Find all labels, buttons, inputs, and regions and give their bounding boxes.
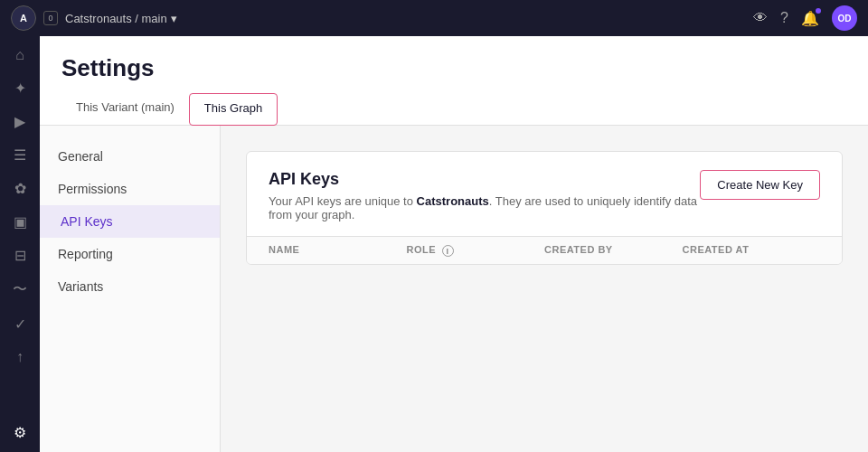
icon-sidebar: ⌂ ✦ ▶ ☰ ✿ ▣ ⊟ 〜 ✓ ↑ ⚙ — [0, 36, 40, 452]
api-keys-title: API Keys — [269, 170, 700, 189]
top-navigation: A 0 Catstronauts / main ▾ 👁 ? 🔔 OD — [0, 0, 868, 36]
settings-icon[interactable]: ⚙ — [14, 424, 26, 441]
check-icon[interactable]: ✓ — [14, 315, 26, 333]
col-header-name: NAME — [269, 244, 407, 257]
page-title: Settings — [61, 54, 846, 82]
col-header-created-by: CREATED BY — [544, 244, 683, 257]
create-new-key-button[interactable]: Create New Key — [700, 170, 820, 200]
help-icon[interactable]: ? — [780, 10, 788, 26]
pulse-icon[interactable]: 〜 — [13, 280, 27, 299]
settings-navigation: General Permissions API Keys Reporting V… — [40, 126, 221, 452]
home-icon[interactable]: ⌂ — [15, 47, 24, 63]
table-header: NAME ROLE i CREATED BY CREATED AT — [247, 236, 842, 264]
bell-icon[interactable]: 🔔 — [801, 10, 819, 27]
settings-content: API Keys Your API keys are unique to Cat… — [221, 126, 868, 452]
play-icon[interactable]: ▶ — [14, 113, 25, 130]
nav-item-variants[interactable]: Variants — [40, 270, 220, 303]
role-info-icon[interactable]: i — [442, 245, 454, 257]
nav-actions: 👁 ? 🔔 OD — [753, 5, 857, 31]
payment-icon[interactable]: ▣ — [14, 213, 27, 231]
api-keys-info: API Keys Your API keys are unique to Cat… — [269, 170, 700, 221]
settings-body: General Permissions API Keys Reporting V… — [40, 126, 868, 452]
nav-item-api-keys[interactable]: API Keys — [40, 205, 220, 238]
monitor-icon[interactable]: ⊟ — [14, 247, 26, 264]
rocket-icon[interactable]: ↑ — [16, 349, 24, 365]
avatar[interactable]: OD — [832, 5, 857, 31]
api-keys-header: API Keys Your API keys are unique to Cat… — [247, 152, 842, 236]
settings-container: Settings This Variant (main) This Graph … — [40, 36, 868, 452]
api-keys-card: API Keys Your API keys are unique to Cat… — [246, 151, 843, 265]
graph-icon[interactable]: ✦ — [14, 80, 26, 97]
tab-this-graph[interactable]: This Graph — [189, 93, 278, 126]
people-icon[interactable]: ✿ — [14, 180, 26, 197]
tab-this-variant[interactable]: This Variant (main) — [61, 93, 189, 125]
col-header-role: ROLE i — [407, 244, 545, 257]
eye-icon[interactable]: 👁 — [753, 10, 768, 26]
breadcrumb: Catstronauts / main ▾ — [65, 12, 746, 25]
doc-icon[interactable]: ☰ — [14, 146, 26, 164]
app-logo[interactable]: A — [11, 5, 36, 31]
api-keys-description: Your API keys are unique to Catstronauts… — [269, 194, 700, 221]
nav-item-permissions[interactable]: Permissions — [40, 173, 220, 205]
settings-tabs: This Variant (main) This Graph — [61, 93, 846, 125]
nav-item-general[interactable]: General — [40, 140, 220, 173]
settings-header: Settings This Variant (main) This Graph — [40, 36, 868, 126]
main-layout: ⌂ ✦ ▶ ☰ ✿ ▣ ⊟ 〜 ✓ ↑ ⚙ Settings This Vari… — [0, 36, 868, 452]
nav-item-reporting[interactable]: Reporting — [40, 238, 220, 270]
nav-badge: 0 — [43, 11, 58, 25]
col-header-created-at: CREATED AT — [683, 244, 821, 257]
